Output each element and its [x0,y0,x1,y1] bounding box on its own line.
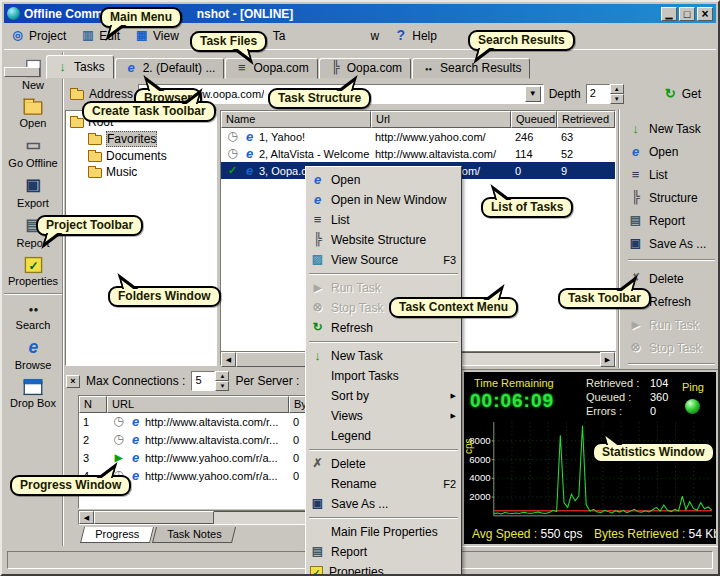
task-toolbar-button[interactable]: Stop Task [628,336,715,359]
progress-tab[interactable]: Progress [80,527,154,543]
menu-item[interactable]: View [134,29,179,43]
task-toolbar-button[interactable]: Run Task [628,313,715,336]
column-header-queued[interactable]: Queued [511,111,557,128]
project-toolbar-button[interactable]: Search [4,297,62,337]
context-menu-item[interactable]: Main File Properties [307,522,460,542]
context-menu-item[interactable]: Delete [307,454,460,474]
column-header-url[interactable]: Url [371,111,511,128]
spin-up-icon[interactable] [215,371,229,381]
file-tab[interactable]: Oopa.com [319,58,411,79]
context-menu-label: Main File Properties [331,525,448,539]
context-menu-label: Refresh [331,321,448,335]
context-menu-item[interactable] [309,449,458,451]
context-menu-item[interactable]: Properties [307,562,460,576]
project-toolbar-button[interactable]: Drop Box [4,377,62,415]
get-button[interactable]: Get [655,85,709,103]
task-queued: 246 [511,131,557,143]
project-toolbar-button[interactable]: Go Offline [4,135,62,175]
task-toolbar-button[interactable]: Report [628,209,715,232]
file-tab-label: Tasks [74,60,105,74]
errors-value: 0 [650,404,656,418]
project-toolbar-icon [23,137,43,156]
scroll-right-icon[interactable] [600,352,615,367]
file-tab-icon [328,61,343,75]
context-menu-item[interactable]: List [307,210,460,230]
context-menu-item[interactable]: Sort by [307,386,460,406]
column-header-name[interactable]: Name [221,111,371,128]
spin-down-icon[interactable] [215,381,229,391]
column-header-n[interactable]: N [79,396,107,413]
task-row[interactable]: 2, AltaVista - Welcome http://www.altavi… [221,145,615,162]
file-tab[interactable]: 2. (Default) ... [115,58,225,79]
svg-text:2000: 2000 [469,491,490,502]
task-toolbar-button[interactable]: Save As ... [628,232,715,255]
task-toolbar-button[interactable]: Open [628,140,715,163]
folder-tree-item[interactable]: Favorites [86,130,214,148]
maximize-button[interactable] [679,7,695,21]
context-menu-item[interactable] [309,273,458,275]
folder-tree-item[interactable]: Documents [86,148,214,164]
max-connections-spinner[interactable]: 5 [191,371,229,391]
context-menu-icon [310,253,325,267]
callout-task-files: Task Files [190,31,267,52]
callout-statistics-window: Statistics Window [592,442,715,463]
context-menu-item[interactable]: Legend [307,426,460,446]
task-toolbar-label: Structure [649,191,698,205]
close-button[interactable] [697,7,713,21]
context-menu-item[interactable]: View Source F3 [307,250,460,270]
context-menu-item[interactable]: Import Tasks [307,366,460,386]
context-menu-item[interactable]: Open in New Window [307,190,460,210]
project-toolbar-label: Go Offline [8,157,57,169]
context-menu-label: Sort by [331,389,369,403]
context-menu-item[interactable]: Website Structure [307,230,460,250]
file-tab[interactable]: Search Results [412,58,530,79]
context-menu-item[interactable]: Run Task [307,278,460,298]
close-progress-icon[interactable] [66,375,80,388]
context-menu-item[interactable] [309,341,458,343]
context-menu-item[interactable]: Views [307,406,460,426]
task-row[interactable]: 1, Yahoo! http://www.yahoo.com/ 246 63 [221,128,615,145]
scroll-thumb[interactable] [94,511,214,524]
task-toolbar-label: Save As ... [649,237,706,251]
context-menu-item[interactable]: Rename F2 [307,474,460,494]
menu-item[interactable]: w [352,29,380,43]
minimize-button[interactable] [661,7,677,21]
task-toolbar-button[interactable] [628,259,715,267]
context-menu-item[interactable]: Refresh [307,318,460,338]
menu-item[interactable]: Project [10,29,66,43]
spin-up-icon[interactable] [610,84,624,94]
project-toolbar-button[interactable]: Open [4,97,62,135]
task-toolbar-button[interactable]: List [628,163,715,186]
context-menu-item[interactable] [309,517,458,519]
depth-spinner[interactable]: 2 [586,84,624,104]
folder-tree-item[interactable]: Music [86,164,214,180]
task-toolbar-button[interactable]: New Task [628,117,715,140]
project-toolbar-button[interactable]: Export [4,175,62,215]
address-dropdown-button[interactable] [525,86,541,102]
task-toolbar-icon [628,145,643,159]
column-header-url[interactable]: URL [107,396,289,413]
file-tab[interactable]: Tasks [46,55,114,79]
depth-value[interactable]: 2 [586,84,610,104]
progress-status-icon [111,415,126,429]
max-connections-value[interactable]: 5 [191,371,215,391]
scroll-left-icon[interactable] [221,352,236,367]
column-header-retrieved[interactable]: Retrieved [557,111,615,128]
task-toolbar-button[interactable]: Structure [628,186,715,209]
context-menu-item[interactable]: New Task [307,346,460,366]
context-menu-item[interactable]: Open [307,170,460,190]
task-toolbar-icon [628,237,643,251]
address-label: Address [89,87,133,101]
progress-tab[interactable]: Task Notes [152,527,236,543]
context-menu-item[interactable]: Report [307,542,460,562]
scroll-left-icon[interactable]: ◀ [79,511,94,524]
project-toolbar-button[interactable]: Properties [4,255,62,294]
spin-down-icon[interactable] [610,94,624,104]
context-menu-item[interactable]: Save As ... [307,494,460,514]
toolbar-grip[interactable] [4,67,40,77]
task-toolbar-button[interactable]: Delete [628,267,715,290]
menu-item[interactable]: Help [393,29,437,43]
menu-item-label: Help [412,29,437,43]
project-toolbar-button[interactable]: Browse [4,337,62,377]
chart-y-axis-label: cps [464,438,474,454]
